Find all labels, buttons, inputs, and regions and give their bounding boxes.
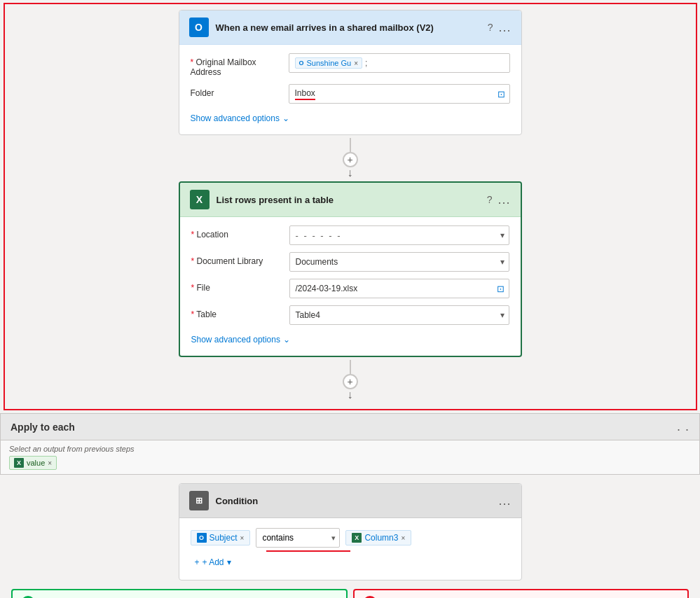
folder-row: Folder Inbox ⊡ (191, 84, 510, 104)
list-rows-title: List rows present in a table (217, 195, 480, 205)
doc-library-arrow-icon: ▾ (500, 257, 505, 267)
apply-each-section: Apply to each . . Select an output from … (0, 413, 700, 475)
branch-yes-header: ✓ If yes (13, 590, 346, 598)
location-row: * Location - - - - - - ▾ (191, 225, 509, 245)
location-dots: - - - - - - (296, 230, 342, 241)
outlook-icon: O (189, 18, 209, 37)
apply-each-menu-button[interactable]: . . (677, 419, 689, 434)
red-outline-section: O When a new email arrives in a shared m… (4, 3, 697, 410)
add-chevron-icon: ▾ (227, 557, 231, 567)
connector-line-1 (350, 138, 351, 152)
trigger-header-actions: ? ... (488, 20, 512, 35)
condition-card-header: ⊞ Condition ... (179, 484, 521, 518)
value-tag-close[interactable]: × (48, 459, 52, 467)
connector-2: + ↓ (5, 357, 696, 403)
file-folder-icon: ⊡ (497, 284, 505, 294)
column3-tag-close[interactable]: × (401, 534, 405, 542)
connector-1: + ↓ (5, 135, 696, 181)
condition-title: Condition (216, 496, 492, 506)
file-row: * File /2024-03-19.xlsx ⊡ (191, 279, 509, 298)
list-rows-header-actions: ? ... (487, 193, 511, 207)
branch-no-header: ✕ If no (355, 590, 688, 598)
condition-menu-button[interactable]: ... (498, 494, 511, 508)
doc-library-row: * Document Library Documents ▾ (191, 252, 509, 272)
arrow-down-2: ↓ (348, 389, 353, 401)
outlook-tag-icon: O (299, 60, 304, 67)
mailbox-row: * Original Mailbox Address O Sunshine Gu… (191, 53, 510, 77)
list-rows-menu-button[interactable]: ... (497, 193, 510, 207)
location-arrow-icon: ▾ (500, 230, 505, 240)
list-rows-card-body: * Location - - - - - - ▾ * Document Libr… (180, 217, 521, 356)
operator-wrapper: contains (256, 528, 340, 548)
show-advanced-trigger[interactable]: Show advanced options ⌄ (191, 111, 289, 126)
trigger-card: O When a new email arrives in a shared m… (179, 10, 522, 135)
list-rows-card-header: X List rows present in a table ? ... (180, 183, 521, 217)
trigger-card-body: * Original Mailbox Address O Sunshine Gu… (179, 45, 521, 134)
plus-icon: + (195, 557, 200, 567)
table-input[interactable]: Table4 ▾ (289, 305, 509, 325)
folder-input[interactable]: Inbox ⊡ (289, 84, 510, 104)
excel-icon: X (190, 190, 210, 209)
add-step-button-2[interactable]: + (343, 374, 358, 389)
folder-label: Folder (191, 84, 282, 98)
apply-each-content: Select an output from previous steps X v… (0, 440, 700, 475)
excel-mini-icon-2: X (352, 533, 362, 543)
subject-tag-close[interactable]: × (240, 534, 245, 542)
branch-yes: ✓ If yes O Move email (V2) ? ... (11, 589, 348, 598)
arrow-down-1: ↓ (348, 167, 353, 179)
trigger-help-button[interactable]: ? (488, 22, 493, 33)
table-row: * Table Table4 ▾ (191, 305, 509, 325)
branch-no: ✕ If no ⊞ Add an action (353, 589, 689, 598)
branches-container: ✓ If yes O Move email (V2) ? ... (0, 589, 700, 598)
trigger-menu-button[interactable]: ... (498, 20, 511, 35)
condition-card: ⊞ Condition ... O Subject × contains (179, 483, 522, 580)
trigger-card-header: O When a new email arrives in a shared m… (179, 11, 521, 45)
chevron-down-icon: ⌄ (282, 113, 289, 123)
add-condition-button[interactable]: + + Add ▾ (191, 555, 235, 570)
canvas: O When a new email arrives in a shared m… (0, 3, 700, 598)
mailbox-input[interactable]: O Sunshine Gu × ; (289, 53, 510, 73)
doc-library-label: * Document Library (191, 252, 282, 266)
mailbox-tag-close[interactable]: × (354, 60, 358, 67)
apply-each-title: Apply to each (11, 422, 75, 433)
connector-line-2 (350, 360, 351, 374)
outlook-mini-icon: O (197, 533, 207, 543)
table-arrow-icon: ▾ (500, 310, 505, 320)
location-label: * Location (191, 225, 282, 239)
location-input[interactable]: - - - - - - ▾ (289, 225, 509, 245)
subject-tag: O Subject × (191, 530, 251, 545)
output-label: Select an output from previous steps (9, 445, 691, 453)
file-label: * File (191, 279, 282, 293)
excel-mini-icon: X (14, 458, 24, 468)
chevron-down-icon-2: ⌄ (283, 335, 290, 345)
apply-each-bar: Apply to each . . (0, 413, 700, 440)
list-rows-card: X List rows present in a table ? ... * L… (179, 181, 522, 357)
doc-library-input[interactable]: Documents ▾ (289, 252, 509, 272)
mailbox-label: * Original Mailbox Address (191, 53, 282, 77)
trigger-title: When a new email arrives in a shared mai… (216, 22, 481, 33)
folder-icon: ⊡ (497, 89, 505, 99)
column3-tag: X Column3 × (345, 530, 411, 545)
file-input[interactable]: /2024-03-19.xlsx ⊡ (289, 279, 509, 298)
condition-body: O Subject × contains X Column3 × (179, 518, 521, 580)
list-rows-help-button[interactable]: ? (487, 194, 493, 205)
value-tag: X value × (9, 456, 57, 470)
table-label: * Table (191, 305, 282, 319)
mailbox-tag: O Sunshine Gu × (295, 57, 362, 69)
operator-select[interactable]: contains (256, 528, 340, 548)
condition-row: O Subject × contains X Column3 × (191, 528, 510, 548)
add-step-button-1[interactable]: + (343, 152, 358, 167)
condition-icon: ⊞ (189, 491, 209, 510)
show-advanced-list-rows[interactable]: Show advanced options ⌄ (191, 332, 290, 347)
condition-header-actions: ... (498, 494, 511, 508)
